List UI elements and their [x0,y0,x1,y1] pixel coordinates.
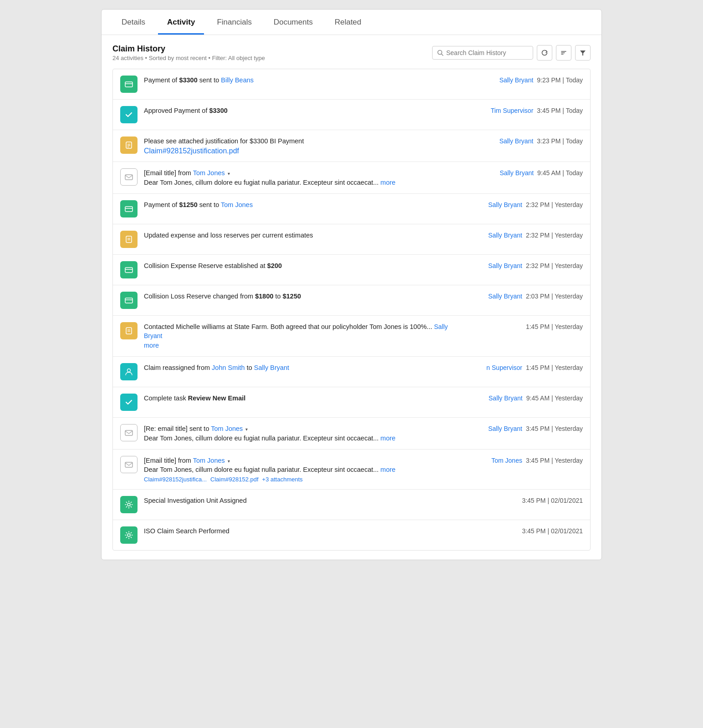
svg-rect-18 [125,268,132,273]
activity-row: [Email title] from Tom Jones ▾ Dear Tom … [113,162,590,194]
activity-row: Approved Payment of $3300 Tim Supervisor… [113,100,590,130]
claim-history-header: Claim History 24 activities • Sorted by … [112,44,591,61]
filter-icon [579,49,586,56]
meta-user[interactable]: Tim Supervisor [491,107,534,114]
activity-text: Claim reassigned from John Smith to Sall… [144,363,467,372]
activity-subtext: Dear Tom Jones, cillum dolore eu fugiat … [144,465,467,474]
note-icon [120,136,138,154]
content-area: Claim History 24 activities • Sorted by … [102,35,601,560]
svg-marker-5 [580,51,586,56]
more-link[interactable]: more [381,179,396,186]
activity-body: Collision Expense Reserve established at… [144,261,467,270]
tab-financials[interactable]: Financials [208,10,261,35]
john-smith-link[interactable]: John Smith [212,364,245,371]
row-right: Sally Bryant 3:23 PM | Today [474,136,583,145]
meta-user[interactable]: Sally Bryant [488,293,522,300]
search-box[interactable] [432,46,533,60]
activity-body: Special Investigation Unit Assigned [144,496,467,505]
meta-user[interactable]: Sally Bryant [499,76,534,84]
activity-text: Updated expense and loss reserves per cu… [144,231,467,240]
tom-jones-link[interactable]: Tom Jones [193,457,225,464]
email-icon [120,168,138,186]
meta-user[interactable]: Tom Jones [491,457,522,464]
person-icon [120,363,138,380]
row-right: Sally Bryant 2:32 PM | Yesterday [474,200,583,208]
tab-related[interactable]: Related [326,10,371,35]
tom-jones-link[interactable]: Tom Jones [221,201,253,208]
activity-body: Collision Loss Reserve changed from $180… [144,292,467,301]
dropdown-arrow[interactable]: ▾ [228,171,230,176]
meta-time: 9:23 PM | Today [537,76,583,84]
tom-jones-link[interactable]: Tom Jones [211,425,243,432]
activity-body: Claim reassigned from John Smith to Sall… [144,363,467,372]
meta-time: 3:45 PM | Today [537,107,583,114]
attachment-link-2[interactable]: Claim#928152.pdf [210,476,259,483]
meta-time: 9:45 AM | Yesterday [526,394,583,402]
meta-user[interactable]: Sally Bryant [488,262,522,269]
svg-rect-8 [126,142,132,148]
meta-user[interactable]: Sally Bryant [488,232,522,239]
meta-user[interactable]: Sally Bryant [499,137,534,145]
attachment-link-1[interactable]: Claim#928152justifica... [144,476,207,483]
refresh-button[interactable] [537,45,552,61]
billy-beans-link[interactable]: Billy Beans [221,76,254,84]
gear-icon [120,526,138,544]
tabs-bar: Details Activity Financials Documents Re… [102,10,601,35]
activity-text: [Email title] from Tom Jones ▾ [144,456,467,465]
meta-user[interactable]: n Supervisor [486,364,522,371]
activity-body: Approved Payment of $3300 [144,106,467,115]
activity-body: ISO Claim Search Performed [144,526,467,536]
row-right: 3:45 PM | 02/01/2021 [474,526,583,535]
activity-row: Contacted Michelle williams at State Far… [113,316,590,357]
activity-row: [Re: email title] sent to Tom Jones ▾ De… [113,418,590,450]
activity-list: Payment of $3300 sent to Billy Beans Sal… [112,69,591,551]
note-icon [120,231,138,248]
activity-body: [Email title] from Tom Jones ▾ Dear Tom … [144,168,467,187]
svg-rect-22 [126,328,132,334]
more-link[interactable]: more [381,435,396,442]
activity-row: Collision Expense Reserve established at… [113,255,590,285]
meta-time: 3:45 PM | 02/01/2021 [522,527,583,535]
sort-button[interactable] [556,45,571,61]
meta-user[interactable]: Sally Bryant [489,394,523,402]
meta-user[interactable]: Sally Bryant [488,425,522,432]
activity-body: Updated expense and loss reserves per cu… [144,231,467,240]
meta-user[interactable]: Sally Bryant [488,201,522,208]
claim-history-title-block: Claim History 24 activities • Sorted by … [112,44,265,61]
payment-icon [120,76,138,93]
activity-text: Special Investigation Unit Assigned [144,496,467,505]
activity-subtext: Dear Tom Jones, cillum dolore eu fugiat … [144,178,467,187]
meta-user[interactable]: Sally Bryant [144,323,448,340]
dropdown-arrow[interactable]: ▾ [245,427,248,432]
attachment-link[interactable]: Claim#928152justification.pdf [144,147,239,155]
sally-bryant-link[interactable]: Sally Bryant [254,364,289,371]
meta-time: 2:32 PM | Yesterday [526,262,583,269]
more-link[interactable]: more [381,466,396,473]
svg-rect-20 [125,298,132,303]
tom-jones-link[interactable]: Tom Jones [193,169,225,177]
meta-time: 2:03 PM | Yesterday [526,293,583,300]
search-input[interactable] [446,49,528,56]
dropdown-arrow[interactable]: ▾ [228,459,230,464]
tab-details[interactable]: Details [112,10,154,35]
attachments-more[interactable]: +3 attachments [262,476,303,483]
activity-row: [Email title] from Tom Jones ▾ Dear Tom … [113,450,590,490]
row-right: 1:45 PM | Yesterday [474,322,583,330]
attachment-link-row: Claim#928152justification.pdf [144,147,467,155]
meta-user[interactable]: Sally Bryant [499,169,534,177]
row-right: Sally Bryant 2:32 PM | Yesterday [474,261,583,269]
activity-body: [Re: email title] sent to Tom Jones ▾ De… [144,424,467,443]
activity-text: Approved Payment of $3300 [144,106,467,115]
activity-row: Special Investigation Unit Assigned 3:45… [113,490,590,520]
meta-time: 2:32 PM | Yesterday [526,201,583,208]
activity-text: Payment of $1250 sent to Tom Jones [144,200,467,209]
svg-point-25 [127,369,131,372]
filter-button[interactable] [575,45,591,61]
tab-activity[interactable]: Activity [158,10,204,35]
activity-text: ISO Claim Search Performed [144,526,467,536]
svg-rect-12 [125,175,132,180]
svg-point-28 [127,503,130,506]
tab-documents[interactable]: Documents [265,10,322,35]
more-link[interactable]: more [144,342,159,349]
activity-row: Complete task Review New Email Sally Bry… [113,387,590,418]
